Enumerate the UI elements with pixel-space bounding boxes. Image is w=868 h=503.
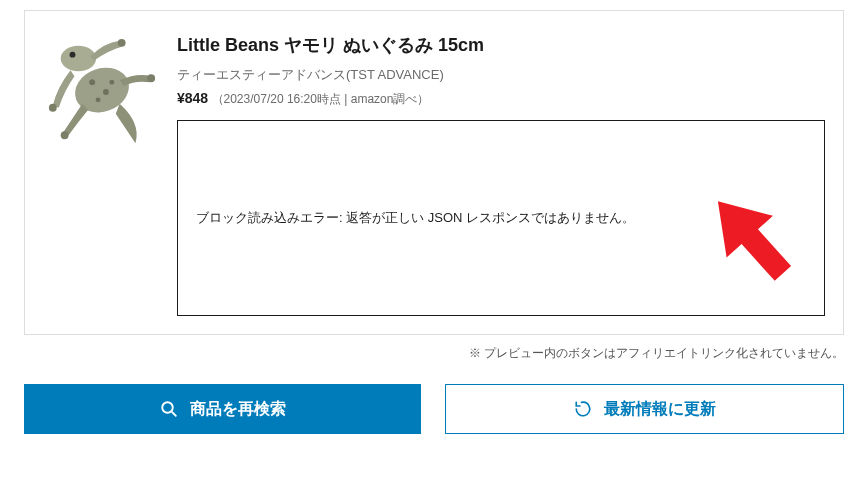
error-message: ブロック読み込みエラー: 返答が正しい JSON レスポンスではありません。	[196, 206, 635, 229]
product-card: Little Beans ヤモリ ぬいぐるみ 15cm ティーエスティーアドバン…	[24, 10, 844, 335]
svg-point-10	[70, 52, 76, 58]
svg-point-3	[118, 39, 126, 47]
button-row: 商品を再検索 最新情報に更新	[24, 384, 844, 434]
price-row: ¥848 （2023/07/20 16:20時点 | amazon調べ）	[177, 90, 825, 108]
product-image	[43, 33, 161, 151]
price-meta: （2023/07/20 16:20時点 | amazon調べ）	[212, 92, 430, 106]
svg-point-5	[147, 74, 155, 82]
svg-point-4	[61, 131, 69, 139]
refresh-button[interactable]: 最新情報に更新	[445, 384, 844, 434]
svg-marker-11	[696, 183, 806, 293]
search-icon	[160, 400, 178, 418]
product-brand: ティーエスティーアドバンス(TST ADVANCE)	[177, 66, 825, 84]
refresh-icon	[574, 400, 592, 418]
product-body: Little Beans ヤモリ ぬいぐるみ 15cm ティーエスティーアドバン…	[177, 33, 825, 316]
price-currency: ¥	[177, 90, 185, 106]
pointer-arrow-icon	[696, 183, 806, 293]
gecko-plush-image	[43, 33, 161, 151]
error-box: ブロック読み込みエラー: 返答が正しい JSON レスポンスではありません。	[177, 120, 825, 316]
svg-point-2	[49, 104, 57, 112]
preview-note: ※ プレビュー内のボタンはアフィリエイトリンク化されていません。	[24, 345, 844, 362]
svg-point-7	[103, 89, 109, 95]
svg-line-13	[171, 412, 175, 416]
refresh-button-label: 最新情報に更新	[604, 399, 716, 420]
svg-point-9	[109, 80, 114, 85]
price-value: 848	[185, 90, 208, 106]
svg-point-0	[61, 46, 96, 72]
research-button-label: 商品を再検索	[190, 399, 286, 420]
svg-point-8	[96, 97, 101, 102]
research-button[interactable]: 商品を再検索	[24, 384, 421, 434]
svg-point-6	[89, 79, 95, 85]
product-title: Little Beans ヤモリ ぬいぐるみ 15cm	[177, 33, 825, 58]
